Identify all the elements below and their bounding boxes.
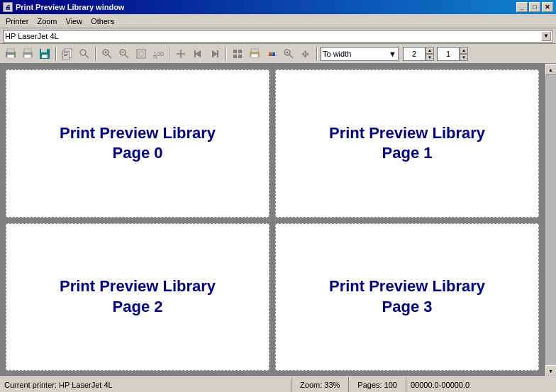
find-button[interactable] <box>77 46 92 62</box>
sep-5 <box>316 47 318 61</box>
svg-rect-43 <box>271 52 273 56</box>
page-input[interactable]: 1 <box>437 47 460 61</box>
sep-3 <box>169 47 170 61</box>
svg-rect-35 <box>238 50 242 53</box>
svg-rect-34 <box>233 50 237 53</box>
page-preview-0: Print Preview LibraryPage 0 <box>6 69 269 218</box>
scroll-down-button[interactable]: ▼ <box>545 365 557 376</box>
scrollbar-vertical[interactable]: ▲ ▼ <box>545 64 556 376</box>
setup-button[interactable] <box>20 46 35 62</box>
svg-rect-37 <box>238 55 242 58</box>
zoom-out-button[interactable] <box>116 46 132 62</box>
status-printer: Current printer: HP LaserJet 4L <box>0 377 291 392</box>
page-preview-2: Print Preview LibraryPage 2 <box>6 223 269 371</box>
pages-down-arrow[interactable]: ▼ <box>426 54 434 61</box>
svg-rect-36 <box>233 55 237 58</box>
svg-rect-6 <box>24 55 31 58</box>
page-preview-3: Print Preview LibraryPage 3 <box>275 223 539 371</box>
window-icon: 🖨 <box>3 2 13 12</box>
svg-line-16 <box>85 55 89 58</box>
scroll-track[interactable] <box>545 75 556 365</box>
svg-rect-25 <box>139 52 143 56</box>
zoom-select-button[interactable] <box>281 46 296 62</box>
svg-rect-9 <box>42 55 48 58</box>
status-pages: Pages: 100 <box>349 377 406 392</box>
pages-input[interactable]: 2 <box>403 47 426 61</box>
maximize-button[interactable]: □ <box>529 2 540 12</box>
menu-view[interactable]: View <box>62 16 87 27</box>
svg-point-15 <box>80 50 86 55</box>
print-button[interactable] <box>3 46 18 62</box>
svg-rect-12 <box>64 52 68 53</box>
minimize-button[interactable]: _ <box>516 2 528 12</box>
svg-marker-32 <box>212 50 218 57</box>
menu-others[interactable]: Others <box>87 16 118 27</box>
svg-text:%: % <box>153 55 157 60</box>
zoom-dropdown-arrow[interactable]: ▼ <box>389 50 396 58</box>
svg-line-22 <box>125 55 128 58</box>
printer-dropdown[interactable]: HP LaserJet 4L ▼ <box>3 30 553 43</box>
pan-button[interactable]: ✥ <box>298 46 313 62</box>
status-range: 00000.0-00000.0 <box>406 377 556 392</box>
svg-text:✥: ✥ <box>301 49 309 60</box>
title-bar: 🖨 Print Preview Library window _ □ ✕ <box>0 0 556 14</box>
svg-rect-8 <box>41 49 47 52</box>
window-title: Print Preview Library window <box>16 3 124 11</box>
page-title-2: Print Preview LibraryPage 2 <box>60 276 216 317</box>
status-zoom-text: Zoom: 33% <box>300 381 340 389</box>
fit-page-button[interactable] <box>133 46 149 62</box>
page-preview-1: Print Preview LibraryPage 1 <box>275 69 539 218</box>
add-page-button[interactable] <box>173 46 189 62</box>
print2-button[interactable] <box>247 46 262 62</box>
sep-2 <box>95 47 96 61</box>
menu-printer[interactable]: Printer <box>1 16 33 27</box>
pages-grid: Print Preview LibraryPage 0 Print Previe… <box>0 64 545 376</box>
zoom-dropdown[interactable]: To width ▼ <box>321 47 399 61</box>
svg-rect-13 <box>64 54 68 55</box>
layout-button[interactable] <box>230 46 245 62</box>
save-button[interactable] <box>37 46 52 62</box>
toolbar: 100% ✥ To width ▼ 2 ▲ ▼ <box>0 44 556 64</box>
svg-line-46 <box>289 55 293 58</box>
svg-point-3 <box>13 52 14 54</box>
main-content: Print Preview LibraryPage 0 Print Previe… <box>0 64 556 376</box>
printer-dropdown-arrow[interactable]: ▼ <box>541 31 551 41</box>
svg-rect-33 <box>217 50 218 57</box>
svg-point-47 <box>287 51 289 53</box>
printer-name: HP LaserJet 4L <box>5 32 59 40</box>
percent-button[interactable]: 100% <box>150 46 166 62</box>
page-title-3: Print Preview LibraryPage 3 <box>329 276 485 317</box>
zoom-label: To width <box>323 50 351 58</box>
page-title-0: Print Preview LibraryPage 0 <box>60 123 216 164</box>
page-down-arrow[interactable]: ▼ <box>460 54 468 61</box>
next-page-button[interactable] <box>207 46 223 62</box>
color-button[interactable] <box>264 46 279 62</box>
page-up-arrow[interactable]: ▲ <box>460 47 468 54</box>
svg-rect-44 <box>273 52 275 56</box>
copy-button[interactable] <box>60 46 75 62</box>
menu-zoom[interactable]: Zoom <box>33 16 61 27</box>
svg-rect-5 <box>24 49 31 52</box>
status-bar: Current printer: HP LaserJet 4L Zoom: 33… <box>0 376 556 392</box>
svg-rect-31 <box>194 50 196 57</box>
svg-line-18 <box>108 55 111 58</box>
menu-bar: Printer Zoom View Others <box>0 14 556 28</box>
page-title-1: Print Preview LibraryPage 1 <box>329 123 485 164</box>
status-printer-text: Current printer: HP LaserJet 4L <box>4 381 113 389</box>
close-button[interactable]: ✕ <box>542 2 553 12</box>
prev-page-button[interactable] <box>190 46 206 62</box>
svg-rect-14 <box>64 55 67 56</box>
svg-rect-2 <box>7 55 14 58</box>
sep-4 <box>226 47 227 61</box>
scroll-up-button[interactable]: ▲ <box>545 64 557 75</box>
sep-1 <box>55 47 57 61</box>
svg-rect-1 <box>7 49 14 52</box>
status-pages-text: Pages: 100 <box>357 381 397 389</box>
pages-up-arrow[interactable]: ▲ <box>426 47 434 54</box>
status-range-text: 00000.0-00000.0 <box>411 381 469 389</box>
zoom-in-button[interactable] <box>99 46 115 62</box>
status-zoom: Zoom: 33% <box>291 377 349 392</box>
printer-bar: HP LaserJet 4L ▼ <box>0 28 556 44</box>
svg-marker-30 <box>195 50 201 57</box>
svg-rect-42 <box>269 52 271 56</box>
